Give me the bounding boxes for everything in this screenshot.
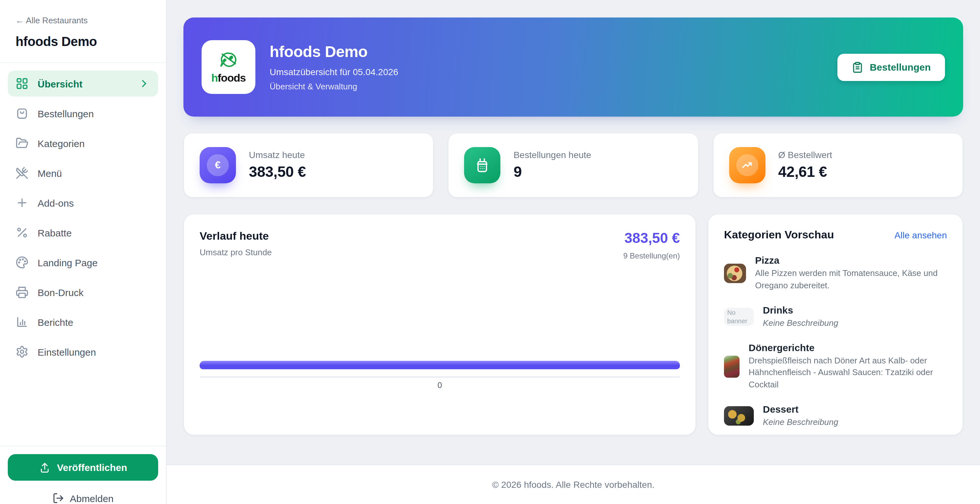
sidebar-item-label: Bon-Druck [38,287,84,298]
restaurant-logo: hfoods [202,40,255,94]
percent-icon [16,226,29,239]
logout-button[interactable]: Abmelden [8,492,158,504]
printer-icon [16,286,29,299]
categories-list: Pizza Alle Pizzen werden mit Tomatensauc… [724,254,947,429]
palette-icon [16,256,29,269]
chart-axis-line [200,376,680,378]
hfoods-logo-text: hfoods [211,72,246,83]
stat-label: Umsatz heute [249,149,306,160]
sidebar-item-landing-page[interactable]: Landing Page [8,250,158,275]
orders-button-label: Bestellungen [870,62,931,73]
sidebar-item-label: Landing Page [38,257,97,268]
placeholder-line: banner [727,317,754,325]
orders-button[interactable]: Bestellungen [837,54,945,81]
sidebar-item-label: Add-ons [38,197,74,208]
chart-header: Verlauf heute Umsatz pro Stunde 383,50 €… [200,230,680,261]
hfoods-logo-icon [217,51,240,72]
banner-text-block: hfoods Demo Umsatzübersicht für 05.04.20… [270,43,398,91]
category-description: Alle Pizzen werden mit Tomatensauce, Käs… [755,267,947,292]
stat-card-umsatz: € Umsatz heute 383,50 € [183,133,434,197]
chart-title-block: Verlauf heute Umsatz pro Stunde [200,230,272,257]
main-content: hfoods hfoods Demo Umsatzübersicht für 0… [167,0,980,435]
clipboard-list-icon [852,61,863,73]
sidebar-item-kategorien[interactable]: Kategorien [8,130,158,156]
sidebar-item-berichte[interactable]: Berichte [8,309,158,335]
chart-total-block: 383,50 € 9 Bestellung(en) [623,230,680,261]
page-footer: © 2026 hfoods. Alle Rechte vorbehalten. [167,464,980,504]
categories-preview-panel: Kategorien Vorschau Alle ansehen Pizza A… [708,214,963,435]
no-banner-placeholder: No banner [724,308,754,326]
shopping-basket-icon [465,147,501,183]
shopping-bag-icon [16,107,29,120]
gear-icon [16,345,29,358]
stat-value: 383,50 € [249,163,306,181]
chart-card: Verlauf heute Umsatz pro Stunde 383,50 €… [183,214,696,435]
publish-button-label: Veröffentlichen [57,462,127,473]
view-all-link[interactable]: Alle ansehen [894,230,947,240]
utensils-crossed-icon [16,167,29,180]
logout-icon [52,492,64,504]
sidebar-item-menue[interactable]: Menü [8,160,158,186]
publish-button[interactable]: Veröffentlichen [8,454,158,481]
plus-icon [16,196,29,209]
sidebar-footer: Veröffentlichen Abmelden [0,446,166,504]
back-to-restaurants-link[interactable]: ← Alle Restaurants [16,16,150,25]
euro-glyph: € [207,154,229,176]
sidebar-item-label: Bestellungen [38,108,94,119]
sidebar-item-uebersicht[interactable]: Übersicht [8,71,158,97]
placeholder-line: No [727,308,754,317]
stat-card-bestellwert: Ø Bestellwert 42,61 € [713,133,963,197]
upload-icon [39,461,51,473]
category-row-doenergerichte[interactable]: Dönergerichte Drehspießfleisch nach Döne… [724,342,947,391]
bar-chart-icon [16,315,29,328]
restaurant-name: hfoods Demo [16,34,150,49]
stat-text-block: Umsatz heute 383,50 € [249,149,306,181]
category-name: Dessert [763,404,838,415]
stat-label: Bestellungen heute [514,149,592,160]
copyright-text: © 2026 hfoods. Alle Rechte vorbehalten. [492,479,655,490]
stat-value: 9 [514,163,592,181]
sidebar-item-label: Menü [38,167,62,178]
category-text-block: Drinks Keine Beschreibung [763,304,838,329]
category-row-drinks[interactable]: No banner Drinks Keine Beschreibung [724,304,947,329]
category-name: Drinks [763,304,838,315]
categories-header: Kategorien Vorschau Alle ansehen [724,229,947,242]
category-text-block: Dönergerichte Drehspießfleisch nach Döne… [749,342,947,391]
lower-row: Verlauf heute Umsatz pro Stunde 383,50 €… [183,214,963,435]
pizza-thumbnail [724,264,746,283]
page-title: hfoods Demo [270,43,398,61]
category-text-block: Pizza Alle Pizzen werden mit Tomatensauc… [755,254,947,292]
page-tagline: Übersicht & Verwaltung [270,82,398,91]
category-description: Keine Beschreibung [763,417,838,429]
doener-thumbnail [724,356,740,378]
sidebar-item-label: Übersicht [38,78,82,89]
sidebar-item-label: Kategorien [38,138,84,149]
sidebar-header: ← Alle Restaurants hfoods Demo [0,0,166,49]
hourly-revenue-bar-chart: 0 [200,291,680,419]
euro-icon: € [200,147,236,183]
sidebar-item-rabatte[interactable]: Rabatte [8,219,158,245]
dessert-thumbnail [724,407,754,426]
sidebar-item-bon-druck[interactable]: Bon-Druck [8,279,158,305]
category-name: Pizza [755,254,947,266]
chart-total-value: 383,50 € [623,230,680,247]
sidebar-item-label: Berichte [38,316,73,328]
category-name: Dönergerichte [749,342,947,353]
app-window: ← Alle Restaurants hfoods Demo Übersicht… [0,0,980,504]
category-description: Drehspießfleisch nach Döner Art aus Kalb… [749,355,947,391]
header-banner: hfoods hfoods Demo Umsatzübersicht für 0… [183,17,963,117]
stat-card-bestellungen: Bestellungen heute 9 [448,133,699,197]
sidebar-item-einstellungen[interactable]: Einstellungen [8,339,158,365]
category-row-pizza[interactable]: Pizza Alle Pizzen werden mit Tomatensauc… [724,254,947,292]
sidebar-item-addons[interactable]: Add-ons [8,190,158,216]
sidebar-item-bestellungen[interactable]: Bestellungen [8,100,158,126]
stat-text-block: Bestellungen heute 9 [514,149,592,181]
categories-title: Kategorien Vorschau [724,229,834,242]
category-text-block: Dessert Keine Beschreibung [763,404,838,429]
trending-up-icon [729,147,765,183]
sidebar-item-label: Einstellungen [38,346,96,357]
page-subtitle: Umsatzübersicht für 05.04.2026 [270,67,398,77]
stats-row: € Umsatz heute 383,50 € Bestellungen heu… [183,133,963,197]
category-row-dessert[interactable]: Dessert Keine Beschreibung [724,404,947,429]
chart-subtitle: Umsatz pro Stunde [200,248,272,257]
